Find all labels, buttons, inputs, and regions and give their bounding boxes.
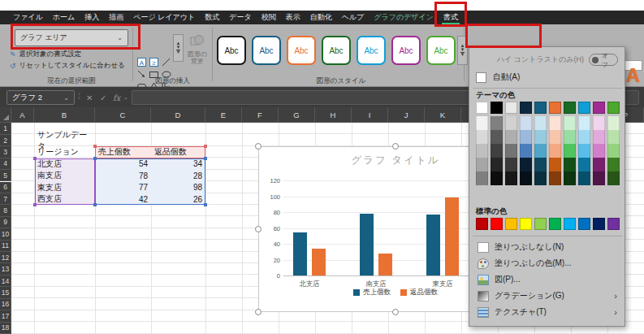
- reset-to-match-style-button[interactable]: ↺ リセットしてスタイルに合わせる: [10, 61, 125, 71]
- column-header-D[interactable]: D: [151, 107, 205, 123]
- tab-draw[interactable]: 描画: [104, 11, 128, 24]
- theme-color-swatch-8[interactable]: [578, 102, 590, 114]
- theme-variant-swatch[interactable]: [564, 130, 576, 144]
- theme-variant-swatch[interactable]: [520, 116, 532, 130]
- theme-variant-swatch[interactable]: [578, 171, 590, 185]
- theme-variant-swatch[interactable]: [534, 116, 547, 130]
- row-header-7[interactable]: 7: [0, 193, 11, 205]
- theme-color-swatch-4[interactable]: [520, 102, 532, 114]
- tab-insert[interactable]: 挿入: [80, 11, 104, 24]
- theme-variant-swatch[interactable]: [491, 171, 503, 185]
- theme-variant-swatch[interactable]: [476, 144, 488, 158]
- shape-style-6[interactable]: Abc: [391, 36, 421, 65]
- cancel-button[interactable]: ✕: [86, 90, 93, 105]
- theme-variant-swatch[interactable]: [549, 144, 561, 158]
- standard-color-swatch-3[interactable]: [505, 218, 517, 230]
- theme-color-swatch-1[interactable]: [476, 102, 488, 114]
- bar-売上個数-南支店[interactable]: [360, 214, 374, 275]
- theme-variant-swatch[interactable]: [607, 116, 620, 130]
- theme-variant-swatch[interactable]: [491, 144, 503, 158]
- theme-color-swatch-7[interactable]: [564, 102, 576, 114]
- shape-style-2[interactable]: Abc: [252, 36, 281, 65]
- row-header-2[interactable]: 2: [0, 135, 11, 146]
- row-header-5[interactable]: 5: [0, 170, 11, 181]
- row-header-8[interactable]: 8: [0, 205, 11, 216]
- cell-C3[interactable]: 売上個数: [98, 146, 148, 158]
- range-handle[interactable]: [93, 203, 97, 206]
- shape-style-3[interactable]: Abc: [287, 36, 316, 65]
- cell-C7[interactable]: 42: [98, 193, 148, 205]
- chart-selection-handle[interactable]: [255, 143, 261, 150]
- range-handle[interactable]: [93, 145, 97, 148]
- high-contrast-toggle[interactable]: オフ: [589, 54, 618, 66]
- row-header-1[interactable]: 1: [0, 123, 11, 134]
- theme-variant-swatch[interactable]: [505, 116, 517, 130]
- theme-variant-swatch[interactable]: [607, 144, 620, 158]
- row-header-4[interactable]: 4: [0, 158, 11, 170]
- change-shape-button[interactable]: 図形の変更: [185, 34, 210, 70]
- cell-B4[interactable]: 北支店: [37, 158, 92, 170]
- range-handle[interactable]: [33, 157, 37, 160]
- theme-variant-swatch[interactable]: [549, 130, 561, 144]
- cell-B7[interactable]: 西支店: [37, 193, 92, 205]
- theme-variant-swatch[interactable]: [578, 144, 590, 158]
- row-header-3[interactable]: 3: [0, 146, 11, 158]
- theme-variant-swatch[interactable]: [491, 116, 503, 130]
- tab-page-layout[interactable]: ページ レイアウト: [128, 11, 200, 24]
- chart-selection-handle[interactable]: [392, 309, 399, 315]
- theme-variant-swatch[interactable]: [593, 158, 605, 171]
- row-header-17[interactable]: 17: [0, 310, 11, 322]
- theme-variant-swatch[interactable]: [549, 171, 561, 185]
- theme-variant-swatch[interactable]: [534, 158, 547, 171]
- standard-color-swatch-8[interactable]: [578, 218, 590, 230]
- bar-売上個数-北支店[interactable]: [293, 232, 307, 275]
- theme-variant-swatch[interactable]: [476, 130, 488, 144]
- theme-variant-swatch[interactable]: [578, 116, 590, 130]
- cell-B2[interactable]: サンプルデータ: [37, 135, 92, 146]
- theme-variant-swatch[interactable]: [578, 158, 590, 171]
- bar-返品個数-東支店[interactable]: [445, 197, 459, 275]
- tab-chart-design[interactable]: グラフのデザイン: [369, 11, 439, 24]
- tab-data[interactable]: データ: [224, 11, 256, 24]
- column-header-I[interactable]: I: [352, 107, 388, 123]
- range-handle[interactable]: [204, 145, 207, 148]
- theme-color-swatch-6[interactable]: [549, 102, 561, 114]
- cell-D5[interactable]: 28: [154, 170, 202, 181]
- theme-variant-swatch[interactable]: [549, 158, 561, 171]
- cell-B5[interactable]: 南支店: [37, 170, 92, 181]
- theme-color-swatch-5[interactable]: [534, 102, 547, 114]
- legend-item-返品個数[interactable]: 返品個数: [400, 288, 438, 297]
- cell-C5[interactable]: 78: [98, 170, 148, 181]
- column-header-J[interactable]: J: [388, 107, 425, 123]
- theme-variant-swatch[interactable]: [593, 171, 605, 185]
- theme-variant-swatch[interactable]: [520, 144, 532, 158]
- enter-button[interactable]: ✓: [100, 90, 106, 105]
- range-handle[interactable]: [204, 157, 207, 160]
- row-header-18[interactable]: 18: [0, 323, 11, 334]
- standard-color-swatch-10[interactable]: [607, 218, 620, 230]
- theme-variant-swatch[interactable]: [564, 171, 576, 185]
- tab-help[interactable]: ヘルプ: [337, 11, 370, 24]
- shape-style-4[interactable]: Abc: [322, 36, 351, 65]
- line-icon[interactable]: [161, 57, 171, 67]
- theme-variant-swatch[interactable]: [607, 171, 620, 185]
- cell-D7[interactable]: 26: [154, 193, 202, 205]
- row-header-16[interactable]: 16: [0, 299, 11, 310]
- vertical-textbox-icon[interactable]: ≥: [149, 57, 159, 67]
- theme-color-swatch-2[interactable]: [491, 102, 503, 114]
- standard-color-swatch-5[interactable]: [534, 218, 547, 230]
- theme-variant-swatch[interactable]: [505, 171, 517, 185]
- tab-review[interactable]: 校閲: [257, 11, 281, 24]
- theme-variant-swatch[interactable]: [534, 144, 547, 158]
- legend-item-売上個数[interactable]: 売上個数: [353, 288, 391, 297]
- bar-売上個数-東支店[interactable]: [426, 215, 440, 275]
- theme-variant-swatch[interactable]: [491, 158, 503, 171]
- tab-automate[interactable]: 自動化: [305, 11, 337, 24]
- menu-item-automatic[interactable]: 自動(A): [476, 70, 620, 85]
- theme-variant-swatch[interactable]: [607, 130, 620, 144]
- chart-selection-handle[interactable]: [255, 226, 261, 232]
- bar-返品個数-南支店[interactable]: [378, 254, 392, 275]
- theme-variant-swatch[interactable]: [505, 130, 517, 144]
- menu-item-no-fill[interactable]: 塗りつぶしなし(N): [471, 239, 625, 255]
- theme-variant-swatch[interactable]: [491, 130, 503, 144]
